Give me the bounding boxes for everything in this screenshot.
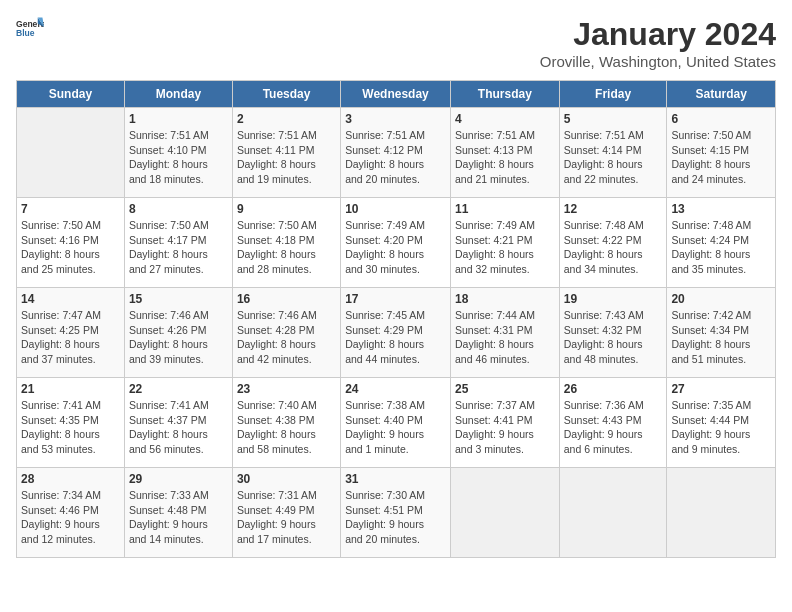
day-number: 18 [455, 292, 555, 306]
calendar-cell [559, 468, 667, 558]
calendar-week-row: 1Sunrise: 7:51 AM Sunset: 4:10 PM Daylig… [17, 108, 776, 198]
calendar-cell: 4Sunrise: 7:51 AM Sunset: 4:13 PM Daylig… [450, 108, 559, 198]
calendar-table: SundayMondayTuesdayWednesdayThursdayFrid… [16, 80, 776, 558]
calendar-cell: 15Sunrise: 7:46 AM Sunset: 4:26 PM Dayli… [124, 288, 232, 378]
calendar-cell [667, 468, 776, 558]
calendar-cell [17, 108, 125, 198]
calendar-cell: 25Sunrise: 7:37 AM Sunset: 4:41 PM Dayli… [450, 378, 559, 468]
logo: General Blue [16, 16, 44, 44]
day-number: 23 [237, 382, 336, 396]
day-number: 12 [564, 202, 663, 216]
day-number: 24 [345, 382, 446, 396]
calendar-cell: 13Sunrise: 7:48 AM Sunset: 4:24 PM Dayli… [667, 198, 776, 288]
day-number: 20 [671, 292, 771, 306]
day-info: Sunrise: 7:37 AM Sunset: 4:41 PM Dayligh… [455, 398, 555, 457]
calendar-cell: 12Sunrise: 7:48 AM Sunset: 4:22 PM Dayli… [559, 198, 667, 288]
calendar-cell: 9Sunrise: 7:50 AM Sunset: 4:18 PM Daylig… [232, 198, 340, 288]
day-info: Sunrise: 7:36 AM Sunset: 4:43 PM Dayligh… [564, 398, 663, 457]
calendar-cell [450, 468, 559, 558]
calendar-cell: 21Sunrise: 7:41 AM Sunset: 4:35 PM Dayli… [17, 378, 125, 468]
day-info: Sunrise: 7:41 AM Sunset: 4:35 PM Dayligh… [21, 398, 120, 457]
calendar-cell: 26Sunrise: 7:36 AM Sunset: 4:43 PM Dayli… [559, 378, 667, 468]
day-number: 22 [129, 382, 228, 396]
day-number: 10 [345, 202, 446, 216]
day-number: 4 [455, 112, 555, 126]
day-number: 28 [21, 472, 120, 486]
calendar-cell: 30Sunrise: 7:31 AM Sunset: 4:49 PM Dayli… [232, 468, 340, 558]
calendar-week-row: 21Sunrise: 7:41 AM Sunset: 4:35 PM Dayli… [17, 378, 776, 468]
calendar-cell: 20Sunrise: 7:42 AM Sunset: 4:34 PM Dayli… [667, 288, 776, 378]
day-info: Sunrise: 7:51 AM Sunset: 4:11 PM Dayligh… [237, 128, 336, 187]
day-info: Sunrise: 7:43 AM Sunset: 4:32 PM Dayligh… [564, 308, 663, 367]
day-info: Sunrise: 7:31 AM Sunset: 4:49 PM Dayligh… [237, 488, 336, 547]
calendar-body: 1Sunrise: 7:51 AM Sunset: 4:10 PM Daylig… [17, 108, 776, 558]
day-info: Sunrise: 7:50 AM Sunset: 4:17 PM Dayligh… [129, 218, 228, 277]
day-info: Sunrise: 7:50 AM Sunset: 4:18 PM Dayligh… [237, 218, 336, 277]
day-info: Sunrise: 7:46 AM Sunset: 4:26 PM Dayligh… [129, 308, 228, 367]
day-info: Sunrise: 7:34 AM Sunset: 4:46 PM Dayligh… [21, 488, 120, 547]
calendar-cell: 5Sunrise: 7:51 AM Sunset: 4:14 PM Daylig… [559, 108, 667, 198]
day-info: Sunrise: 7:51 AM Sunset: 4:14 PM Dayligh… [564, 128, 663, 187]
day-number: 14 [21, 292, 120, 306]
day-number: 2 [237, 112, 336, 126]
calendar-cell: 17Sunrise: 7:45 AM Sunset: 4:29 PM Dayli… [341, 288, 451, 378]
day-info: Sunrise: 7:51 AM Sunset: 4:12 PM Dayligh… [345, 128, 446, 187]
day-of-week-header: Thursday [450, 81, 559, 108]
calendar-week-row: 28Sunrise: 7:34 AM Sunset: 4:46 PM Dayli… [17, 468, 776, 558]
day-info: Sunrise: 7:42 AM Sunset: 4:34 PM Dayligh… [671, 308, 771, 367]
day-of-week-header: Sunday [17, 81, 125, 108]
calendar-cell: 18Sunrise: 7:44 AM Sunset: 4:31 PM Dayli… [450, 288, 559, 378]
calendar-cell: 7Sunrise: 7:50 AM Sunset: 4:16 PM Daylig… [17, 198, 125, 288]
day-number: 15 [129, 292, 228, 306]
logo-icon: General Blue [16, 16, 44, 44]
calendar-cell: 8Sunrise: 7:50 AM Sunset: 4:17 PM Daylig… [124, 198, 232, 288]
days-of-week-row: SundayMondayTuesdayWednesdayThursdayFrid… [17, 81, 776, 108]
day-info: Sunrise: 7:48 AM Sunset: 4:24 PM Dayligh… [671, 218, 771, 277]
calendar-cell: 6Sunrise: 7:50 AM Sunset: 4:15 PM Daylig… [667, 108, 776, 198]
calendar-header: SundayMondayTuesdayWednesdayThursdayFrid… [17, 81, 776, 108]
day-number: 27 [671, 382, 771, 396]
day-number: 17 [345, 292, 446, 306]
page-header: General Blue January 2024 Oroville, Wash… [16, 16, 776, 70]
svg-text:Blue: Blue [16, 28, 35, 38]
day-info: Sunrise: 7:35 AM Sunset: 4:44 PM Dayligh… [671, 398, 771, 457]
calendar-cell: 24Sunrise: 7:38 AM Sunset: 4:40 PM Dayli… [341, 378, 451, 468]
calendar-subtitle: Oroville, Washington, United States [540, 53, 776, 70]
day-of-week-header: Wednesday [341, 81, 451, 108]
day-info: Sunrise: 7:41 AM Sunset: 4:37 PM Dayligh… [129, 398, 228, 457]
day-number: 19 [564, 292, 663, 306]
day-info: Sunrise: 7:49 AM Sunset: 4:20 PM Dayligh… [345, 218, 446, 277]
day-info: Sunrise: 7:49 AM Sunset: 4:21 PM Dayligh… [455, 218, 555, 277]
day-info: Sunrise: 7:50 AM Sunset: 4:16 PM Dayligh… [21, 218, 120, 277]
day-info: Sunrise: 7:50 AM Sunset: 4:15 PM Dayligh… [671, 128, 771, 187]
day-number: 5 [564, 112, 663, 126]
day-of-week-header: Saturday [667, 81, 776, 108]
day-info: Sunrise: 7:51 AM Sunset: 4:10 PM Dayligh… [129, 128, 228, 187]
day-number: 13 [671, 202, 771, 216]
day-info: Sunrise: 7:51 AM Sunset: 4:13 PM Dayligh… [455, 128, 555, 187]
day-info: Sunrise: 7:38 AM Sunset: 4:40 PM Dayligh… [345, 398, 446, 457]
title-block: January 2024 Oroville, Washington, Unite… [540, 16, 776, 70]
day-number: 11 [455, 202, 555, 216]
day-of-week-header: Monday [124, 81, 232, 108]
day-number: 8 [129, 202, 228, 216]
day-info: Sunrise: 7:44 AM Sunset: 4:31 PM Dayligh… [455, 308, 555, 367]
day-number: 25 [455, 382, 555, 396]
day-of-week-header: Friday [559, 81, 667, 108]
day-number: 7 [21, 202, 120, 216]
calendar-cell: 3Sunrise: 7:51 AM Sunset: 4:12 PM Daylig… [341, 108, 451, 198]
day-info: Sunrise: 7:30 AM Sunset: 4:51 PM Dayligh… [345, 488, 446, 547]
day-info: Sunrise: 7:33 AM Sunset: 4:48 PM Dayligh… [129, 488, 228, 547]
day-info: Sunrise: 7:45 AM Sunset: 4:29 PM Dayligh… [345, 308, 446, 367]
calendar-cell: 31Sunrise: 7:30 AM Sunset: 4:51 PM Dayli… [341, 468, 451, 558]
day-info: Sunrise: 7:48 AM Sunset: 4:22 PM Dayligh… [564, 218, 663, 277]
day-info: Sunrise: 7:47 AM Sunset: 4:25 PM Dayligh… [21, 308, 120, 367]
calendar-cell: 14Sunrise: 7:47 AM Sunset: 4:25 PM Dayli… [17, 288, 125, 378]
calendar-cell: 16Sunrise: 7:46 AM Sunset: 4:28 PM Dayli… [232, 288, 340, 378]
calendar-cell: 23Sunrise: 7:40 AM Sunset: 4:38 PM Dayli… [232, 378, 340, 468]
calendar-cell: 1Sunrise: 7:51 AM Sunset: 4:10 PM Daylig… [124, 108, 232, 198]
day-number: 21 [21, 382, 120, 396]
calendar-title: January 2024 [540, 16, 776, 53]
calendar-week-row: 14Sunrise: 7:47 AM Sunset: 4:25 PM Dayli… [17, 288, 776, 378]
day-number: 1 [129, 112, 228, 126]
